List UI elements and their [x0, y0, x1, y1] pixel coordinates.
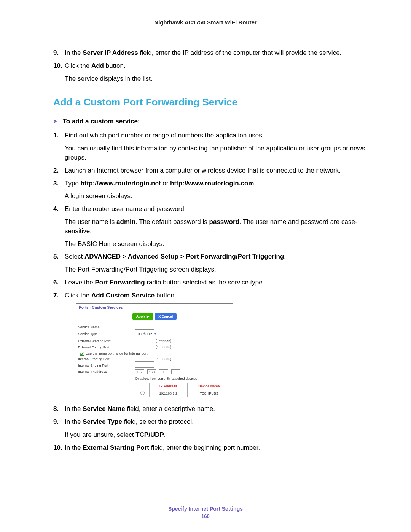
intro-text: To add a custom service: [63, 118, 140, 125]
label-service-name: Service Name [78, 325, 135, 330]
step-text: Launch an Internet browser from a comput… [65, 167, 341, 174]
label-ext-end: External Ending Port [78, 345, 135, 350]
steps-list: 1.Find out which port number or range of… [53, 131, 373, 452]
service-type-select[interactable]: TCP/UDP [135, 331, 158, 337]
label-int-ip: Internal IP address [78, 369, 135, 374]
step-number: 5. [53, 252, 59, 261]
service-name-input[interactable] [135, 325, 154, 330]
list-item: 8.In the Service Name field, enter a des… [53, 404, 373, 414]
document-page: Nighthawk AC1750 Smart WiFi Router 9.In … [0, 0, 411, 530]
or-select-caption: Or select from currently attached device… [135, 375, 234, 382]
step-number: 6. [53, 278, 59, 287]
step-text: Find out which port number or range of n… [65, 132, 264, 139]
screenshot-title: Ports - Custom Services [76, 304, 233, 312]
list-item: 9.In the Service Type field, select the … [53, 417, 373, 439]
footer-rule [38, 502, 373, 502]
list-item: 3.Type http://www.routerlogin.net or htt… [53, 179, 373, 201]
cancel-button[interactable]: X Cancel [155, 313, 177, 320]
device-radio[interactable] [140, 391, 145, 395]
step-number: 3. [53, 179, 59, 188]
ip-octet-1[interactable]: 192 [135, 369, 144, 374]
label-service-type: Service Type [78, 332, 135, 337]
step-number: 8. [53, 404, 59, 414]
external-starting-port-input[interactable] [135, 339, 154, 343]
step-text: In the External Starting Port field, ent… [65, 444, 260, 451]
same-port-range-checkbox[interactable] [80, 351, 84, 356]
top-steps-list: 9.In the Server IP Address field, enter … [53, 48, 373, 83]
step-text: Select ADVANCED > Advanced Setup > Port … [65, 253, 286, 260]
step-number: 2. [53, 166, 59, 175]
footer-section-title: Specify Internet Port Settings [38, 506, 373, 512]
ip-octet-2[interactable]: 168 [147, 369, 156, 374]
step-text: In the Service Type field, select the pr… [65, 418, 194, 425]
same-port-range-row: Use the same port range for Internal por… [78, 351, 234, 356]
list-item: 10.Click the Add button.The service disp… [53, 61, 373, 83]
step-subtext: The BASIC Home screen displays. [65, 240, 373, 249]
step-subtext: A login screen displays. [65, 192, 373, 201]
step-number: 4. [53, 204, 59, 214]
custom-services-screenshot: Ports - Custom ServicesApply ▶X CancelSe… [76, 303, 233, 399]
label-int-end: Internal Ending Port [78, 363, 135, 368]
intro-line: ➤ To add a custom service: [53, 118, 373, 125]
ip-octet-3[interactable]: 1 [159, 369, 168, 374]
list-item: 6.Leave the Port Forwarding radio button… [53, 278, 373, 287]
step-text: In the Server IP Address field, enter th… [65, 49, 341, 56]
label-ext-start: External Starting Port [78, 339, 135, 344]
step-number: 10. [53, 61, 62, 70]
step-subtext: The user name is admin. The default pass… [65, 217, 373, 236]
list-item: 1.Find out which port number or range of… [53, 131, 373, 162]
step-subtext: The service displays in the list. [65, 74, 373, 83]
step-number: 7. [53, 291, 59, 300]
step-number: 9. [53, 48, 59, 58]
list-item: 7.Click the Add Custom Service button.Po… [53, 291, 373, 399]
list-item: 10.In the External Starting Port field, … [53, 443, 373, 452]
step-text: Click the Add Custom Service button. [65, 292, 176, 299]
step-text: Type http://www.routerlogin.net or http:… [65, 180, 256, 187]
step-subtext: The Port Forwarding/Port Triggering scre… [65, 265, 373, 274]
list-item: 5.Select ADVANCED > Advanced Setup > Por… [53, 252, 373, 274]
step-subtext: If you are unsure, select TCP/UDP. [65, 430, 373, 439]
step-text: Leave the Port Forwarding radio button s… [65, 279, 264, 286]
step-number: 1. [53, 131, 59, 140]
step-subtext: You can usually find this information by… [65, 144, 373, 162]
internal-starting-port-input[interactable] [135, 357, 154, 362]
list-item: 9.In the Server IP Address field, enter … [53, 48, 373, 58]
step-text: Click the Add button. [65, 62, 126, 69]
list-item: 2.Launch an Internet browser from a comp… [53, 166, 373, 175]
attached-devices-table: IP AddressDevice Name192.168.1.2TECHPUBS [135, 383, 231, 397]
section-heading: Add a Custom Port Forwarding Service [53, 96, 373, 108]
triangle-bullet-icon: ➤ [53, 118, 58, 124]
apply-button[interactable]: Apply ▶ [132, 313, 153, 320]
footer-page-number: 160 [38, 513, 373, 519]
internal-ending-port-input[interactable] [135, 363, 154, 368]
label-int-start: Internal Starting Port [78, 357, 135, 362]
document-header: Nighthawk AC1750 Smart WiFi Router [38, 19, 373, 26]
step-text: Enter the router user name and password. [65, 205, 186, 212]
step-text: In the Service Name field, enter a descr… [65, 405, 215, 412]
external-ending-port-input[interactable] [135, 345, 154, 350]
ip-octet-4[interactable] [171, 369, 180, 374]
list-item: 4.Enter the router user name and passwor… [53, 204, 373, 248]
step-number: 9. [53, 417, 59, 427]
table-row[interactable]: 192.168.1.2TECHPUBS [135, 390, 231, 397]
step-number: 10. [53, 443, 62, 452]
